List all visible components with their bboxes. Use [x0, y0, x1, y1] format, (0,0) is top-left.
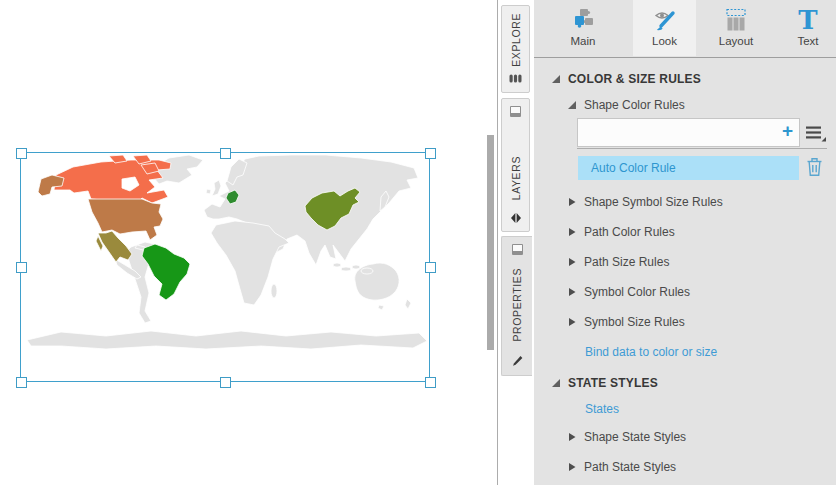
expander-collapsed-icon[interactable] — [567, 317, 577, 327]
row-path-size-rules[interactable]: Path Size Rules — [567, 253, 669, 270]
rule-name-field[interactable] — [577, 118, 800, 147]
toolbar-tab-text[interactable]: T Text — [780, 0, 836, 56]
rule-list-item-auto-color[interactable]: Auto Color Rule — [578, 156, 799, 180]
expander-collapsed-icon[interactable] — [567, 432, 577, 442]
expander-collapsed-icon[interactable] — [567, 197, 577, 207]
properties-panel: Main Look Layout T Text COLOR & SIZE RUL… — [534, 0, 836, 485]
text-icon: T — [798, 8, 817, 32]
panel-window-icon — [512, 244, 523, 255]
tab-properties-label: PROPERTIES — [511, 268, 523, 342]
toolbar-tab-layout[interactable]: Layout — [705, 0, 767, 56]
row-label: Symbol Size Rules — [584, 315, 685, 329]
link-states[interactable]: States — [585, 400, 619, 417]
toolbar-tab-main-label: Main — [571, 35, 596, 47]
design-canvas[interactable] — [0, 0, 497, 485]
row-label: Path Size Rules — [584, 255, 669, 269]
row-shape-symbol-size-rules[interactable]: Shape Symbol Size Rules — [567, 193, 723, 210]
expander-expanded-icon[interactable] — [551, 378, 561, 388]
toolbar-tab-layout-label: Layout — [719, 35, 754, 47]
tab-properties[interactable]: PROPERTIES — [501, 236, 532, 376]
selection-handle-nw[interactable] — [16, 148, 27, 159]
expander-expanded-icon[interactable] — [567, 100, 577, 110]
main-icon — [571, 8, 595, 32]
menu-icon — [805, 125, 826, 142]
layers-icon — [510, 212, 522, 224]
strip-divider — [497, 0, 498, 485]
row-label: Symbol Color Rules — [584, 285, 690, 299]
selection-handle-ne[interactable] — [425, 148, 436, 159]
link-bind-data[interactable]: Bind data to color or size — [585, 343, 717, 360]
tab-layers-label: LAYERS — [510, 156, 522, 200]
field-underline — [577, 148, 827, 149]
link-label: Bind data to color or size — [585, 345, 717, 359]
section-title: COLOR & SIZE RULES — [568, 72, 701, 86]
map-element[interactable] — [20, 152, 430, 382]
selection-handle-s[interactable] — [220, 377, 231, 388]
section-state-styles[interactable]: STATE STYLES — [551, 374, 658, 391]
delete-rule-button[interactable] — [806, 157, 823, 181]
tab-explore-label: EXPLORE — [510, 13, 522, 67]
row-symbol-size-rules[interactable]: Symbol Size Rules — [567, 313, 685, 330]
row-shape-state-styles[interactable]: Shape State Styles — [567, 428, 686, 445]
layout-icon — [724, 8, 748, 32]
row-path-state-styles[interactable]: Path State Styles — [567, 458, 676, 475]
section-color-size-rules[interactable]: COLOR & SIZE RULES — [551, 70, 701, 87]
canvas-vertical-scrollbar[interactable] — [487, 135, 494, 350]
toolbar-tab-text-label: Text — [797, 35, 818, 47]
expander-expanded-icon[interactable] — [551, 74, 561, 84]
row-label: Shape State Styles — [584, 430, 686, 444]
toolbar-tab-main[interactable]: Main — [552, 0, 614, 56]
explore-icon — [509, 72, 522, 85]
expander-collapsed-icon[interactable] — [567, 462, 577, 472]
row-label: Shape Symbol Size Rules — [584, 195, 723, 209]
section-title: STATE STYLES — [568, 376, 658, 390]
row-shape-color-rules[interactable]: Shape Color Rules — [567, 96, 685, 113]
side-tab-strip: EXPLORE LAYERS PROPERTIES — [497, 0, 534, 485]
selection-handle-sw[interactable] — [16, 377, 27, 388]
selection-handle-e[interactable] — [425, 262, 436, 273]
tab-explore[interactable]: EXPLORE — [501, 5, 530, 93]
selection-handle-se[interactable] — [425, 377, 436, 388]
trash-icon — [806, 157, 823, 177]
rule-item-label: Auto Color Rule — [591, 161, 676, 175]
row-path-color-rules[interactable]: Path Color Rules — [567, 223, 675, 240]
selection-handle-w[interactable] — [16, 262, 27, 273]
row-label: Shape Color Rules — [584, 98, 685, 112]
tab-layers[interactable]: LAYERS — [501, 98, 530, 232]
row-label: Path Color Rules — [584, 225, 675, 239]
expander-collapsed-icon[interactable] — [567, 257, 577, 267]
add-rule-button[interactable]: + — [782, 121, 793, 141]
selection-border — [20, 152, 430, 382]
look-icon — [653, 8, 677, 32]
rule-menu-button[interactable] — [805, 125, 826, 146]
pencil-icon — [510, 354, 524, 368]
row-symbol-color-rules[interactable]: Symbol Color Rules — [567, 283, 690, 300]
link-label: States — [585, 402, 619, 416]
selection-handle-n[interactable] — [220, 148, 231, 159]
panel-window-icon — [510, 106, 521, 117]
toolbar-separator — [534, 57, 836, 58]
expander-collapsed-icon[interactable] — [567, 227, 577, 237]
row-label: Path State Styles — [584, 460, 676, 474]
plus-icon: + — [782, 120, 793, 141]
toolbar-tab-look-label: Look — [652, 35, 677, 47]
toolbar-tab-look[interactable]: Look — [633, 0, 696, 56]
expander-collapsed-icon[interactable] — [567, 287, 577, 297]
